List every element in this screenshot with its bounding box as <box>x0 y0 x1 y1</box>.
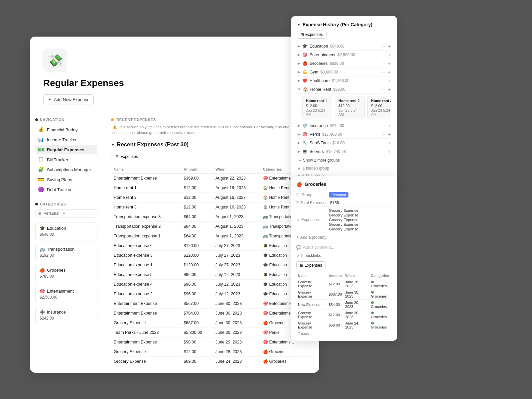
expense-name[interactable]: Grocery Expense <box>111 318 181 328</box>
grocery-more-rows[interactable]: 7 more... <box>296 330 392 337</box>
app-body: NAVIGATION 💰 Financial Buddy📊 Income Tra… <box>30 111 319 373</box>
category-card-entertainment[interactable]: 🎯 Entertainment $2,580.00 <box>35 285 97 303</box>
add-item-button[interactable]: + <box>388 44 391 49</box>
mini-when: June 30, 2023 <box>343 310 369 320</box>
more-options-icon[interactable]: ··· <box>382 44 385 48</box>
more-options-icon[interactable]: ··· <box>382 141 385 145</box>
add-item-button[interactable]: + <box>388 61 391 66</box>
expense-name[interactable]: Education expense 6 <box>111 241 181 250</box>
comment-input[interactable]: 💬 Add a comment... <box>296 243 392 251</box>
expense-name[interactable]: Education expense 3 <box>111 250 181 260</box>
rent-card[interactable]: Home rent 3 $12.00 Jun 23 5:24 AM <box>367 96 391 119</box>
sidebar-item-regular-expenses[interactable]: 💵 Regular Expenses <box>35 145 97 154</box>
expense-name[interactable]: Transportation expense 3 <box>111 212 181 221</box>
mini-name[interactable]: Grocery Expense <box>296 320 327 331</box>
category-card-education[interactable]: 🎓 Education $648.00 <box>35 222 97 240</box>
more-options-icon[interactable]: ··· <box>382 53 385 57</box>
expense-name[interactable]: Education expense 4 <box>111 279 181 289</box>
hidden-group-toggle[interactable]: ∧ 1 hidden group <box>297 165 391 172</box>
grocery-tab-expenses[interactable]: ⊞ Expenses <box>296 261 326 269</box>
add-item-button[interactable]: + <box>388 149 391 154</box>
category-card-transportation[interactable]: 🚌 Transportation $192.00 <box>35 243 97 261</box>
mini-name[interactable]: Grocery Expense <box>296 289 327 300</box>
sidebar-item-income-tracker[interactable]: 📊 Income Tracker <box>35 135 97 144</box>
expense-name[interactable]: Home rent 2 <box>111 193 181 202</box>
sidebar-item-saving-plans[interactable]: 💳 Saving Plans <box>35 175 97 184</box>
prop-row-total: Σ Total Expenses $785 <box>296 199 392 207</box>
show-more-groups[interactable]: ··· Show 2 more groups <box>297 156 391 165</box>
cat-icon: 🛡️ <box>302 123 308 128</box>
expense-name[interactable]: Entertainment Expense <box>111 337 181 347</box>
expense-name[interactable]: Home rent 3 <box>111 202 181 212</box>
expense-when: July 27, 2023 <box>213 250 260 260</box>
expense-name[interactable]: Education expense 1 <box>111 260 181 270</box>
add-item-button[interactable]: + <box>388 123 391 128</box>
panel-tab-expenses[interactable]: ⊞ Expenses <box>297 31 327 39</box>
expense-name[interactable]: Entertainment Expense <box>111 308 181 318</box>
sidebar-item-subscriptions-manager[interactable]: 🧩 Subscriptions Manager <box>35 165 97 174</box>
expense-name[interactable]: Grocery Expense <box>111 356 181 366</box>
add-item-button[interactable]: + <box>388 53 391 57</box>
more-options-icon[interactable]: ··· <box>382 124 385 128</box>
more-options-icon[interactable]: ··· <box>382 70 385 74</box>
rent-card[interactable]: Home rent 2 $12.00 Jun 23 5:24 AM <box>335 96 365 119</box>
expand-icon[interactable]: ▶ <box>298 70 300 74</box>
expense-amount: $5,800.00 <box>181 328 213 337</box>
category-card-groceries[interactable]: 🍎 Groceries $785.00 <box>35 264 97 282</box>
expense-when: June 28, 2023 <box>213 347 260 356</box>
expense-name[interactable]: Entertainment Expense <box>111 299 181 308</box>
sidebar-item-financial-buddy[interactable]: 💰 Financial Buddy <box>35 125 97 134</box>
sidebar-item-debt-tracker[interactable]: 🟣 Debt Tracker <box>35 185 97 194</box>
expand-icon[interactable]: ▶ <box>298 132 300 136</box>
add-item-button[interactable]: + <box>388 70 391 74</box>
expense-name[interactable]: Entertainment Expense <box>111 173 181 183</box>
grocery-expense-item[interactable]: Grocery Expense <box>329 227 358 231</box>
add-item-button[interactable]: + <box>388 141 391 145</box>
rent-card[interactable]: Home rent 1 $12.00 Jun 23 5:24 AM <box>302 96 332 119</box>
expense-name[interactable]: Transportation expense 2 <box>111 221 181 231</box>
more-options-icon[interactable]: ··· <box>382 79 385 83</box>
expense-name[interactable]: Education expense 2 <box>111 289 181 299</box>
add-expense-button[interactable]: ＋ Add New Expense <box>43 94 94 104</box>
mini-name[interactable]: Grocery Expense <box>296 279 327 289</box>
grocery-expense-item[interactable]: Grocery Expense <box>329 208 358 213</box>
collapse-icon[interactable]: ▼ <box>111 143 115 147</box>
add-item-button[interactable]: + <box>388 132 391 137</box>
expand-icon[interactable]: ▶ <box>298 150 300 153</box>
grocery-expense-item[interactable]: Grocery Expense <box>329 222 358 227</box>
expand-icon[interactable]: ▶ <box>298 124 300 127</box>
grocery-expense-item[interactable]: Grocery Expense <box>329 213 358 217</box>
mini-name[interactable]: Grocery Expense <box>296 310 327 320</box>
grocery-expense-item[interactable]: Grocery Expense <box>329 217 358 222</box>
expand-icon[interactable]: ▶ <box>298 141 300 145</box>
expand-icon[interactable]: ▶ <box>298 62 300 65</box>
more-options-icon[interactable]: ··· <box>382 87 385 91</box>
expense-name[interactable]: Transportation expense 1 <box>111 231 181 241</box>
backlinks[interactable]: ↗ 5 backlinks <box>296 252 392 259</box>
table-row: Education expense 3 $120.00 July 27, 202… <box>111 250 311 260</box>
sidebar-item-bill-tracker[interactable]: 📋 Bill Tracker <box>35 155 97 164</box>
more-options-icon[interactable]: ··· <box>382 62 385 66</box>
expand-icon[interactable]: ▼ <box>298 87 301 91</box>
col-name: Name <box>111 165 181 174</box>
history-category-row: ▶ 🍎 Groceries $839.00 ··· + <box>297 59 391 68</box>
expense-name[interactable]: Team Perks - June 2023 <box>111 328 181 337</box>
expense-name[interactable]: Home rent 1 <box>111 183 181 193</box>
add-item-button[interactable]: + <box>388 87 391 92</box>
expand-icon[interactable]: ▶ <box>298 44 300 48</box>
collapse-icon[interactable]: ▼ <box>297 23 301 27</box>
expense-name[interactable]: Grocery Expense <box>111 347 181 356</box>
more-options-icon[interactable]: ··· <box>382 132 385 136</box>
expand-icon[interactable]: ▶ <box>298 53 300 57</box>
mini-cat: Groceries <box>369 320 392 331</box>
more-options-icon[interactable]: ··· <box>382 150 385 154</box>
cat-icon: ➕ <box>40 310 45 315</box>
add-item-button[interactable]: + <box>388 78 391 83</box>
expand-icon[interactable]: ▶ <box>298 79 300 82</box>
expense-name[interactable]: Education expense 5 <box>111 270 181 279</box>
category-card-insurance[interactable]: ➕ Insurance $242.00 <box>35 306 97 324</box>
category-filter[interactable]: ⊞ Personal ∨ <box>35 209 97 217</box>
tab-expenses[interactable]: ⊞ Expenses <box>111 152 142 161</box>
mini-name[interactable]: New Expense <box>296 300 327 310</box>
add-property-button[interactable]: + Add a property <box>296 233 392 242</box>
